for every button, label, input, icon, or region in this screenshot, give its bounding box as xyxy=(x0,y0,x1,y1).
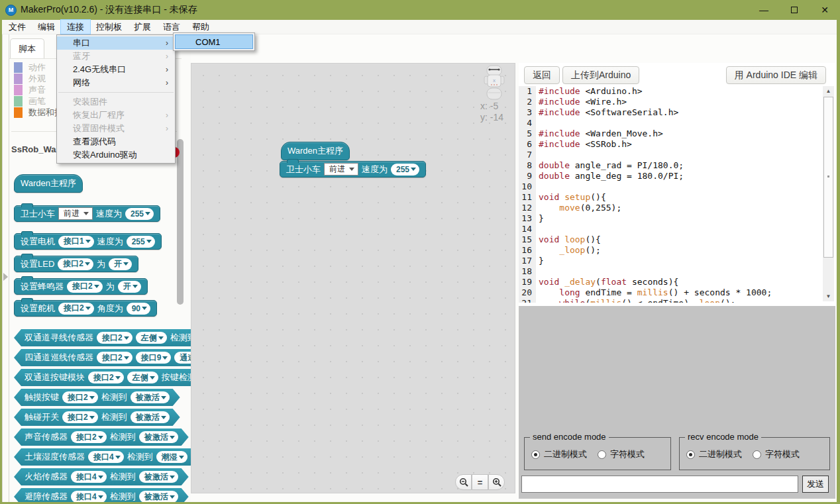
menu-item[interactable]: 查看源代码 xyxy=(57,135,175,148)
block-dropdown[interactable]: 潮湿 xyxy=(156,451,187,463)
block-dropdown[interactable]: 被激活 xyxy=(139,431,178,443)
generated-code-view[interactable]: 1#include <Arduino.h>2#include <Wire.h>3… xyxy=(519,86,835,303)
recv-binary-radio[interactable] xyxy=(686,450,695,459)
menu-item[interactable]: 网络› xyxy=(57,76,175,89)
maximize-button[interactable] xyxy=(779,0,810,20)
scroll-down-icon[interactable]: ▼ xyxy=(823,291,834,301)
hat-block[interactable]: Warden主程序 xyxy=(14,174,83,193)
block-dropdown[interactable]: 接口2 xyxy=(71,431,107,443)
stack-block[interactable]: 卫士小车前进速度为255 xyxy=(280,161,426,177)
code-scrollbar-thumb[interactable] xyxy=(823,97,833,258)
block-dropdown[interactable]: 开 xyxy=(118,281,141,293)
hex-block[interactable]: 双通道寻线传感器接口2左侧检测到黑线 xyxy=(14,329,191,346)
stack-block[interactable]: 设置舵机接口2角度为90 xyxy=(14,300,157,317)
line-number: 11 xyxy=(519,192,536,203)
block-dropdown[interactable]: 接口2 xyxy=(67,281,103,293)
robot-sprite-thumbnail[interactable]: x xyxy=(478,65,510,102)
menu-item[interactable]: 安装Arduino驱动 xyxy=(57,148,175,162)
menubar-item-2[interactable]: 连接 xyxy=(61,20,90,34)
block-dropdown[interactable]: 开 xyxy=(109,258,132,270)
block-dropdown[interactable]: 接口2 xyxy=(58,258,93,270)
menu-item: 安装固件 xyxy=(57,95,175,109)
block-dropdown[interactable]: 通道A xyxy=(174,352,191,364)
hex-block[interactable]: 触摸按键接口2检测到被激活 xyxy=(14,389,180,406)
serial-send-input[interactable] xyxy=(521,476,798,493)
block-dropdown[interactable]: 接口2 xyxy=(97,332,132,344)
hex-block[interactable]: 触碰开关接口2检测到被激活 xyxy=(14,409,180,426)
sidebar-collapse-strip[interactable] xyxy=(2,34,9,502)
zoom-reset-button[interactable]: = xyxy=(472,474,488,490)
stack-block[interactable]: 设置蜂鸣器接口2为开 xyxy=(14,278,148,295)
menubar-item-5[interactable]: 语言 xyxy=(157,20,186,34)
tab-scripts[interactable]: 脚本 xyxy=(10,38,44,58)
block-dropdown[interactable]: 接口2 xyxy=(58,303,94,315)
zoom-in-button[interactable] xyxy=(488,474,505,490)
block-dropdown[interactable]: 前进 xyxy=(324,163,358,176)
scroll-up-icon[interactable]: ▲ xyxy=(823,86,834,96)
block-dropdown[interactable]: 接口2 xyxy=(62,391,98,403)
block-dropdown[interactable]: 255 xyxy=(127,236,155,248)
block-dropdown[interactable]: 被激活 xyxy=(139,491,178,502)
upload-to-arduino-button[interactable]: 上传到Arduino xyxy=(562,66,639,84)
titlebar[interactable]: M MakerPro(v10.2.6) - 没有连接串口 - 未保存 — ✕ xyxy=(0,0,840,20)
block-dropdown[interactable]: 左侧 xyxy=(127,372,158,383)
zoom-out-button[interactable] xyxy=(455,474,472,490)
block-label: 检测到 xyxy=(101,411,127,423)
block-dropdown[interactable]: 前进 xyxy=(58,207,93,220)
block-label: 检测到 xyxy=(110,431,136,443)
hex-block[interactable]: 土壤湿度传感器接口4检测到潮湿 xyxy=(14,448,191,466)
submenu-arrow-icon: › xyxy=(166,111,168,120)
block-dropdown[interactable]: 被激活 xyxy=(131,411,170,423)
hex-block[interactable]: 避障传感器接口4检测到被激活 xyxy=(14,488,189,502)
block-dropdown[interactable]: 255 xyxy=(391,164,419,176)
dropdown-value: 前进 xyxy=(329,164,345,175)
menubar-item-6[interactable]: 帮助 xyxy=(186,20,215,34)
minimize-button[interactable]: — xyxy=(749,0,779,20)
code-scrollbar[interactable]: ▲ ▼ xyxy=(823,86,834,301)
hex-block[interactable]: 火焰传感器接口4检测到被激活 xyxy=(14,468,189,485)
send-binary-radio[interactable] xyxy=(531,450,540,459)
hex-block[interactable]: 四通道巡线传感器接口2接口9通道A xyxy=(14,349,191,366)
chevron-down-icon xyxy=(85,240,91,243)
recv-char-radio[interactable] xyxy=(753,450,761,459)
submenu-item-com-port[interactable]: COM1 xyxy=(175,34,253,49)
block-dropdown[interactable]: 接口1 xyxy=(58,236,94,248)
block-dropdown[interactable]: 接口2 xyxy=(88,372,124,383)
chevron-down-icon xyxy=(132,285,138,288)
block-dropdown[interactable]: 接口4 xyxy=(88,451,124,463)
block-dropdown[interactable]: 接口9 xyxy=(136,352,172,364)
block-dropdown[interactable]: 左侧 xyxy=(136,332,167,344)
menu-item[interactable]: 串口› xyxy=(57,36,175,50)
block-dropdown[interactable]: 接口4 xyxy=(71,491,107,502)
back-button[interactable]: 返回 xyxy=(524,66,560,84)
menu-item[interactable]: 2.4G无线串口› xyxy=(57,63,175,76)
block-dropdown[interactable]: 被激活 xyxy=(131,391,170,403)
palette-scrollbar[interactable] xyxy=(177,139,184,305)
code-line: 8double angle_rad = PI/180.0; xyxy=(519,160,835,171)
stack-block[interactable]: 卫士小车前进速度为255 xyxy=(14,205,160,222)
stack-block[interactable]: 设置LED接口2为开 xyxy=(14,256,138,272)
menubar-item-3[interactable]: 控制板 xyxy=(90,20,128,34)
block-dropdown[interactable]: 255 xyxy=(125,208,154,220)
block-dropdown[interactable]: 90 xyxy=(127,303,150,315)
block-dropdown[interactable]: 被激活 xyxy=(139,471,178,483)
code-text: #include <SoftwareSerial.h> xyxy=(536,107,678,118)
close-button[interactable]: ✕ xyxy=(810,0,840,20)
menubar-item-1[interactable]: 编辑 xyxy=(32,20,61,34)
block-dropdown[interactable]: 接口2 xyxy=(62,411,98,423)
chevron-down-icon xyxy=(146,240,152,243)
hex-block[interactable]: 双通道按键模块接口2左侧按键检测到 xyxy=(14,369,191,386)
block-dropdown[interactable]: 接口4 xyxy=(71,471,107,483)
edit-with-arduino-ide-button[interactable]: 用 Arduino IDE 编辑 xyxy=(726,66,826,84)
send-button[interactable]: 发送 xyxy=(802,476,829,493)
script-workspace[interactable]: x x: -5 y: -14 = Warden主程序卫士小车前进速度为255 xyxy=(191,63,515,493)
hat-block[interactable]: Warden主程序 xyxy=(281,142,350,160)
menubar-item-4[interactable]: 扩展 xyxy=(128,20,157,34)
menubar-item-0[interactable]: 文件 xyxy=(3,20,32,34)
stack-block[interactable]: 设置电机接口1速度为255 xyxy=(14,233,162,250)
send-char-radio[interactable] xyxy=(598,450,606,459)
line-number: 16 xyxy=(519,245,536,256)
hex-block[interactable]: 声音传感器接口2检测到被激活 xyxy=(14,428,189,446)
code-line: 9double angle_deg = 180.0/PI; xyxy=(519,171,835,181)
block-dropdown[interactable]: 接口2 xyxy=(97,352,132,364)
